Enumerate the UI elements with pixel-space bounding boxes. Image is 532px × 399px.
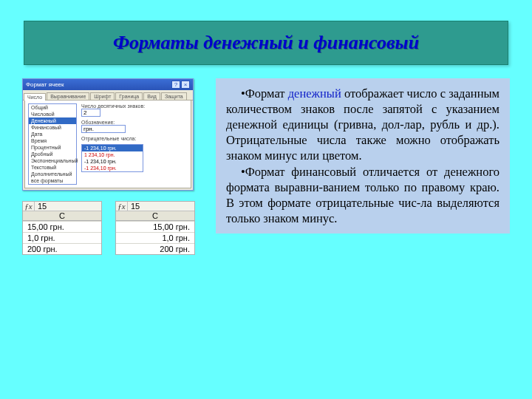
left-column: Формат ячеек ? × Число Выравнивание Шриф… (22, 78, 205, 255)
sample-2[interactable]: 1 234,10 грн. (82, 151, 143, 158)
sheet-currency: ƒx 15 C 15,00 грн. 1,0 грн. 200 грн. (22, 201, 102, 255)
sample-tables: ƒx 15 C 15,00 грн. 1,0 грн. 200 грн. ƒx … (22, 201, 205, 255)
close-button[interactable]: × (181, 81, 190, 89)
cat-text[interactable]: Текстовый (29, 164, 76, 171)
cell-l1: 15,00 грн. (23, 221, 101, 232)
tab-font[interactable]: Шрифт (90, 92, 115, 100)
decimal-label: Число десятичных знаков: (81, 103, 188, 109)
slide-title: Форматы денежный и финансовый (32, 32, 500, 54)
p1-keyword: денежный (288, 86, 341, 100)
category-list[interactable]: Общий Числовой Денежный Финансовый Дата … (28, 103, 77, 185)
format-cells-dialog: Формат ячеек ? × Число Выравнивание Шриф… (22, 78, 194, 191)
fx-value-left: 15 (35, 202, 50, 211)
tab-number[interactable]: Число (24, 93, 46, 100)
cat-date[interactable]: Дата (29, 131, 76, 137)
dialog-body: Общий Числовой Денежный Финансовый Дата … (24, 100, 191, 188)
cell-r3: 200 грн. (116, 243, 194, 254)
cat-special[interactable]: Дополнительный (29, 171, 76, 177)
cat-number[interactable]: Числовой (29, 111, 76, 117)
p2-text: Формат финансовый отличается от денежног… (226, 165, 499, 225)
cat-currency[interactable]: Денежный (29, 117, 76, 124)
cell-r1: 15,00 грн. (116, 221, 194, 232)
tab-fill[interactable]: Вид (143, 92, 160, 100)
description-box: •Формат денежный отображает число с зада… (216, 78, 510, 233)
cell-l3: 200 грн. (23, 243, 101, 254)
col-header-right: C (116, 211, 194, 221)
cat-general[interactable]: Общий (29, 104, 76, 111)
dialog-title: Формат ячеек (26, 81, 64, 88)
tab-border[interactable]: Граница (115, 92, 143, 100)
sheet-accounting: ƒx 15 C 15,00 грн. 1,0 грн. 200 грн. (115, 201, 195, 255)
fx-value-right: 15 (128, 202, 143, 211)
fx-icon[interactable]: ƒx (116, 202, 128, 211)
cell-r2: 1,0 грн. (116, 232, 194, 243)
dialog-right-pane: Число десятичных знаков: 2 Обозначение: … (81, 103, 188, 185)
dialog-titlebar: Формат ячеек ? × (23, 79, 193, 90)
cat-fraction[interactable]: Дробный (29, 151, 76, 157)
tab-alignment[interactable]: Выравнивание (47, 92, 89, 100)
sample-1[interactable]: -1 234,10 грн. (82, 145, 143, 151)
cell-l2: 1,0 грн. (23, 232, 101, 243)
cat-percent[interactable]: Процентный (29, 144, 76, 151)
currency-select[interactable]: грн. (81, 125, 126, 133)
cat-time[interactable]: Время (29, 137, 76, 144)
help-button[interactable]: ? (171, 81, 180, 89)
slide-title-bar: Форматы денежный и финансовый (24, 21, 508, 65)
paragraph-1: •Формат денежный отображает число с зада… (226, 86, 499, 164)
currency-label: Обозначение: (81, 120, 188, 125)
negative-label: Отрицательные числа: (81, 136, 188, 141)
negative-samples[interactable]: -1 234,10 грн. 1 234,10 грн. -1 234,10 г… (81, 144, 143, 172)
p1-lead: Формат (245, 86, 288, 100)
tab-protect[interactable]: Защита (161, 92, 187, 100)
sample-4[interactable]: -1 234,10 грн. (82, 165, 143, 171)
sample-3[interactable]: -1 234,10 грн. (82, 158, 143, 165)
fx-icon[interactable]: ƒx (23, 202, 35, 211)
col-header-left: C (23, 211, 101, 221)
cat-accounting[interactable]: Финансовый (29, 124, 76, 131)
cat-custom[interactable]: все форматы (29, 177, 76, 184)
decimal-spinner[interactable]: 2 (81, 109, 100, 117)
dialog-tabs: Число Выравнивание Шрифт Граница Вид Защ… (23, 90, 193, 100)
cat-scientific[interactable]: Экспоненциальный (29, 157, 76, 164)
right-column: •Формат денежный отображает число с зада… (216, 78, 510, 255)
paragraph-2: •Формат финансовый отличается от денежно… (226, 164, 499, 226)
content-row: Формат ячеек ? × Число Выравнивание Шриф… (0, 78, 532, 255)
